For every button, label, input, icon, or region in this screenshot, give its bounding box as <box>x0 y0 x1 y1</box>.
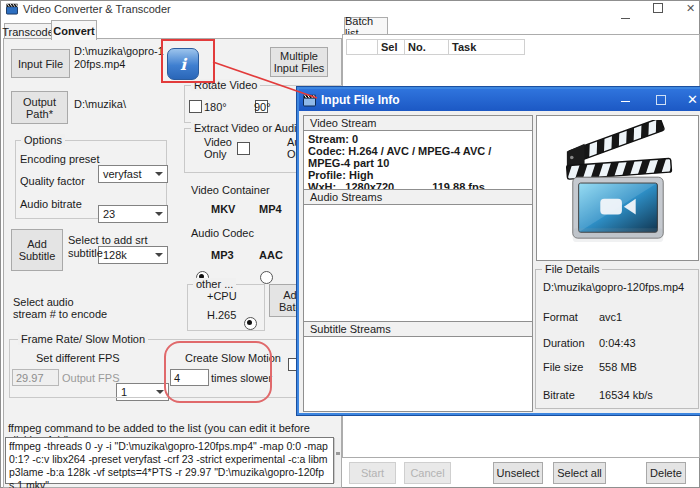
command-textarea[interactable]: ffmpeg -threads 0 -y -i "D:\muzika\gopro… <box>5 437 334 484</box>
rotate-90-label: 90° <box>254 101 271 113</box>
output-path-text: D:\muzika\ <box>74 98 126 110</box>
close-icon[interactable]: ✕ <box>686 2 695 15</box>
unselect-button[interactable]: Unselect <box>493 462 543 484</box>
bitrate-label: Bitrate <box>543 389 575 401</box>
codec-line: Codec: H.264 / AVC / MPEG-4 AVC / MPEG-4… <box>308 145 528 169</box>
times-slower-label: times slower <box>211 372 272 384</box>
dialog-title: Input File Info <box>321 93 400 107</box>
batch-col-sel[interactable]: Sel <box>377 39 404 55</box>
audio-bitrate-label: Audio bitrate <box>20 198 82 210</box>
output-path-button[interactable]: Output Path* <box>11 91 68 124</box>
bitrate-value: 16534 kb/s <box>599 389 653 401</box>
streams-panel: Video Stream Stream: 0 Codec: H.264 / AV… <box>303 115 533 412</box>
mp4-radio[interactable] <box>260 271 273 284</box>
batch-col-no[interactable]: No. <box>404 39 448 55</box>
fps-input[interactable]: 29.97 <box>12 369 59 386</box>
audio-stream-label: Select audio stream # to encode <box>13 296 109 320</box>
delete-button[interactable]: Delete <box>646 462 686 484</box>
mp4-label: MP4 <box>259 203 282 215</box>
extract-label: Extract Video or Audio <box>191 122 306 134</box>
quality-factor-label: Quality factor <box>20 175 85 187</box>
rotate-video-label: Rotate Video <box>191 79 260 91</box>
video-only-label: Video Only <box>204 136 238 160</box>
batch-col-task[interactable]: Task <box>448 39 525 55</box>
input-file-path: D:\muzika\gopro-120fps.mp4 <box>74 45 164 71</box>
encoding-preset-label: Encoding preset <box>20 153 100 165</box>
video-container-label: Video Container <box>191 184 270 196</box>
profile-line: Profile: High <box>308 169 528 181</box>
select-all-button[interactable]: Select all <box>553 462 606 484</box>
main-window: Video Converter & Transcoder ✕ Transcode… <box>0 0 700 488</box>
duration-value: 0:04:43 <box>599 337 636 349</box>
format-value: avc1 <box>599 311 622 323</box>
video-only-checkbox[interactable] <box>237 142 250 155</box>
file-size-value: 558 MB <box>599 361 637 373</box>
minimize-icon[interactable] <box>621 9 630 21</box>
tab-convert[interactable]: Convert <box>51 20 97 40</box>
dialog-maximize-icon[interactable] <box>656 94 666 108</box>
dialog-clapperboard-icon <box>303 94 316 107</box>
maximize-icon[interactable] <box>653 3 663 15</box>
mp3-label: MP3 <box>211 249 234 261</box>
dialog-close-icon[interactable]: ✕ <box>687 92 698 107</box>
cpu-label: +CPU <box>207 290 237 302</box>
dialog-minimize-icon[interactable] <box>621 91 630 105</box>
framerate-label: Frame Rate/ Slow Motion <box>18 333 148 345</box>
start-button[interactable]: Start <box>349 462 396 484</box>
encoding-preset-select[interactable]: veryfast <box>98 165 168 183</box>
cancel-button[interactable]: Cancel <box>404 462 451 484</box>
quality-factor-select[interactable]: 23 <box>98 205 168 223</box>
batch-col-blank[interactable] <box>346 39 377 55</box>
batch-table-header: Sel No. Task <box>346 39 525 55</box>
file-size-label: File size <box>543 361 583 373</box>
input-file-info-dialog: Input File Info ✕ Video Stream Stream: 0… <box>297 87 700 415</box>
other-label: other ... <box>193 278 236 290</box>
file-details-label: File Details <box>542 263 602 275</box>
dialog-title-bar[interactable]: Input File Info ✕ <box>299 89 700 111</box>
format-label: Format <box>543 311 578 323</box>
output-fps-label: Output FPS <box>62 372 119 384</box>
stream-line: Stream: 0 <box>308 133 528 145</box>
clapperboard-image <box>536 115 699 261</box>
audio-streams-header: Audio Streams <box>304 189 532 205</box>
add-subtitle-button[interactable]: Add Subtitle <box>11 229 63 271</box>
window-title: Video Converter & Transcoder <box>23 3 171 15</box>
audio-codec-label: Audio Codec <box>191 227 254 239</box>
slow-motion-label: Create Slow Motion <box>185 352 281 364</box>
subtitle-note: Select to add srt subtitle <box>68 234 156 260</box>
input-file-button[interactable]: Input File <box>11 49 70 78</box>
aac-label: AAC <box>259 249 283 261</box>
multiple-input-files-button[interactable]: Multiple Input Files <box>270 47 328 77</box>
video-stream-header: Video Stream <box>304 116 532 131</box>
duration-label: Duration <box>543 337 585 349</box>
rotate-180-checkbox[interactable] <box>189 100 202 113</box>
mkv-label: MKV <box>211 203 235 215</box>
command-scrollbar[interactable] <box>334 438 341 483</box>
rotate-180-label: 180° <box>204 101 227 113</box>
h265-label: H.265 <box>207 309 236 321</box>
file-info-button[interactable]: i <box>167 48 199 80</box>
app-clapperboard-icon <box>6 3 18 17</box>
options-label: Options <box>21 134 65 146</box>
chevron-down-icon <box>155 172 163 176</box>
chevron-down-icon <box>155 212 163 216</box>
video-stream-info: Stream: 0 Codec: H.264 / AVC / MPEG-4 AV… <box>304 131 532 195</box>
subtitle-streams-header: Subtitle Streams <box>304 321 532 337</box>
file-details-path: D:\muzika\gopro-120fps.mp4 <box>543 281 691 293</box>
chevron-down-icon <box>155 253 163 257</box>
times-slower-input[interactable]: 4 <box>170 369 209 386</box>
set-fps-label: Set different FPS <box>36 352 120 364</box>
